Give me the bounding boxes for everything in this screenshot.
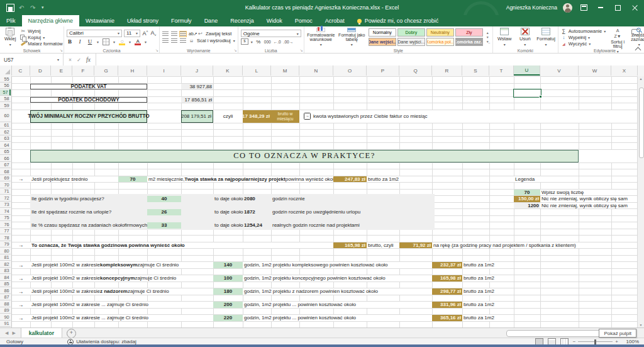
row-header-65[interactable]: 65	[0, 149, 11, 156]
row-header-77[interactable]: 77	[0, 229, 11, 235]
cell-K90[interactable]: 220	[213, 315, 243, 321]
cell-S88[interactable]: brutto za 1m2	[462, 302, 514, 308]
underline-options-icon[interactable]: ▾	[97, 40, 99, 44]
cell-K86[interactable]: 180	[213, 288, 243, 295]
row-header-78[interactable]: 78	[0, 235, 11, 241]
wrap-text-button[interactable]: Zawijaj tekst	[206, 31, 231, 37]
font-color-icon[interactable]: A	[135, 38, 141, 45]
cell-U72[interactable]: 150,00 zł	[514, 196, 540, 202]
style-dobry[interactable]: Dobry	[397, 28, 425, 37]
cell-O69[interactable]: 247,83 zł	[333, 176, 367, 183]
cell-L60[interactable]: 17 348,29 zł	[243, 110, 271, 123]
row-header-63[interactable]: 63	[0, 136, 11, 142]
ribbon-tab-widok[interactable]: Widok	[260, 15, 289, 26]
column-header-N[interactable]: N	[299, 65, 333, 76]
row-header-62[interactable]: 62	[0, 129, 11, 135]
vertical-scrollbar[interactable]: ▲ ▼	[637, 76, 644, 327]
ribbon-tab-recenzja[interactable]: Recenzja	[224, 15, 260, 26]
style-komórka-poł-[interactable]: Komórka poł...	[426, 38, 454, 46]
style-dane-wyjści-[interactable]: Dane wyjści...	[397, 38, 425, 46]
cell-I69[interactable]: m2 miesięcznie, Twoja stawka za najpopul…	[147, 176, 333, 183]
new-sheet-icon[interactable]: +	[67, 329, 76, 338]
close-button[interactable]	[629, 3, 640, 13]
cell-N60[interactable]: →kwota wystawionych przez Ciebie faktur …	[299, 110, 514, 123]
ribbon-tab-pomoc[interactable]: Pomoc	[289, 15, 319, 26]
cell-R84[interactable]: 165,98 zł	[432, 275, 462, 282]
dialog-launcher-icon[interactable]: ↘	[155, 48, 158, 52]
row-header-58[interactable]: 58	[0, 96, 11, 103]
row-header-88[interactable]: 88	[0, 301, 11, 307]
sheet-tab-kalkulator[interactable]: kalkulator	[21, 328, 62, 338]
cell-S86[interactable]: brutto za 1m2	[462, 288, 514, 295]
cell-V73[interactable]: Nic nie zmieniaj, wynik obliczy się sam	[540, 203, 638, 209]
column-header-J[interactable]: J	[181, 65, 213, 76]
minimize-button[interactable]	[595, 3, 606, 13]
align-bottom-icon[interactable]	[180, 31, 186, 37]
cell-I74[interactable]: 26	[147, 209, 181, 215]
cell-D76[interactable]: Ile % czasu spędzasz na zadaniach okołof…	[30, 222, 147, 229]
cancel-icon[interactable]: ×	[69, 57, 72, 63]
cell-K74[interactable]: to daje około	[213, 209, 243, 215]
delete-cells-button[interactable]: Usuń▾	[516, 28, 535, 47]
cell-J56[interactable]: 38 927,88	[181, 84, 213, 90]
cell-L76[interactable]: 1254,24	[243, 222, 271, 229]
column-header-W[interactable]: W	[579, 65, 611, 76]
row-header-82[interactable]: 82	[0, 261, 11, 268]
cell-C88[interactable]: →	[11, 302, 30, 308]
borders-icon[interactable]	[103, 38, 109, 45]
row-header-70[interactable]: 70	[0, 182, 11, 188]
row-header-85[interactable]: 85	[0, 282, 11, 288]
zoom-slider[interactable]	[578, 341, 613, 342]
zoom-slider-thumb[interactable]	[594, 339, 596, 344]
cell-K88[interactable]: 200	[213, 302, 243, 308]
accounting-format-icon[interactable]: $	[241, 38, 248, 45]
column-header-H[interactable]: H	[118, 65, 147, 76]
ribbon-display-options-button[interactable]	[578, 3, 589, 13]
qat-customize-icon[interactable]: ▾	[42, 5, 44, 10]
style-komórka-zaz-[interactable]: Komórka zaz...	[455, 38, 483, 46]
cell-H69[interactable]: 70	[118, 176, 147, 183]
cell-M76[interactable]: realnych godzin rocznie nad projektami	[271, 222, 399, 229]
cell-K76[interactable]: to daje około	[213, 222, 243, 229]
comments-icon[interactable]	[631, 29, 640, 35]
ribbon-tab-dane[interactable]: Dane	[198, 15, 225, 26]
font-family-select[interactable]: Calibri▾	[67, 30, 122, 37]
row-header-71[interactable]: 71	[0, 189, 11, 195]
autosum-button[interactable]: ∑Autosumowanie▾	[561, 28, 606, 34]
conditional-formatting-button[interactable]: Formatowanie warunkowe▾	[307, 28, 335, 47]
cell-D74[interactable]: Ile dni spędzasz rocznie na urlopie?	[30, 209, 147, 215]
scroll-down-icon[interactable]: ▼	[638, 323, 644, 327]
orientation-icon[interactable]: ab↗	[189, 31, 195, 37]
row-header-89[interactable]: 89	[0, 308, 11, 314]
cell-U73[interactable]: 1200	[514, 203, 540, 209]
ribbon-tab-plik[interactable]: Plik	[0, 15, 22, 26]
cell-L86[interactable]: godzin, 1m2 projektu z nadzorem powinien…	[243, 288, 432, 295]
format-as-table-button[interactable]: Formatuj jako tabelę▾	[338, 28, 366, 47]
cell-C84[interactable]: →	[11, 275, 30, 282]
number-format-select[interactable]: Ogólne▾	[241, 30, 301, 37]
row-header-59[interactable]: 59	[0, 103, 11, 109]
save-icon[interactable]	[6, 4, 14, 12]
column-header-G[interactable]: G	[94, 65, 118, 76]
column-header-F[interactable]: F	[72, 65, 94, 76]
select-all-button[interactable]	[0, 65, 12, 76]
column-header-O[interactable]: O	[333, 65, 367, 76]
cell-L74[interactable]: 1872	[243, 209, 271, 215]
cell-M74[interactable]: godzin rocznie po uwzględnieniu urlopu	[271, 209, 399, 215]
sort-filter-button[interactable]: AZ▼Sortuj i filtruj▾	[608, 28, 627, 47]
style-dane-wejści-[interactable]: Dane wejści...	[369, 38, 396, 46]
decrease-decimal-icon[interactable]: .00→	[284, 40, 294, 44]
fill-color-icon[interactable]: ◌	[119, 38, 125, 45]
row-header-75[interactable]: 75	[0, 215, 11, 222]
cell-V72[interactable]: Nic nie zmieniaj, wynik obliczy się sam	[540, 196, 638, 202]
format-painter-button[interactable]: Malarz formatów	[20, 41, 62, 47]
cell-M60[interactable]: brutto w miesiącu	[271, 110, 299, 123]
ribbon-tab-formuły[interactable]: Formuły	[165, 15, 198, 26]
cell-D90[interactable]: Jeśli projekt 100m2 w zakresie ... zajmu…	[30, 315, 213, 321]
row-header-86[interactable]: 86	[0, 288, 11, 294]
column-header-X[interactable]: X	[611, 65, 638, 76]
enter-icon[interactable]: ✓	[77, 57, 81, 63]
cell-P69[interactable]: brutto za 1m2	[367, 176, 432, 183]
merge-center-button[interactable]: Scal i wyśrodkuj	[197, 38, 231, 43]
column-header-Q[interactable]: Q	[399, 65, 432, 76]
